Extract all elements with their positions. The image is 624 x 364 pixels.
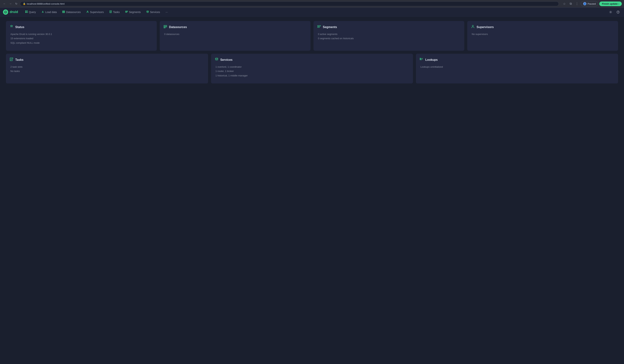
url-text: localhost:8888/unified-console.html [27, 2, 65, 5]
nav-services-label: Services [150, 11, 160, 14]
nav-items: Query Load data Datasources [23, 9, 608, 15]
datasources-card-icon [163, 25, 167, 29]
tasks-card-header: Tasks [10, 57, 204, 62]
lookups-card-icon [420, 57, 423, 62]
finish-update-button[interactable]: Finish update › [599, 1, 622, 6]
help-button[interactable] [615, 9, 621, 15]
svg-rect-19 [164, 25, 167, 26]
datasources-card-title: Datasources [169, 26, 187, 29]
svg-rect-20 [164, 26, 167, 27]
forward-button[interactable]: → [8, 1, 13, 6]
back-button[interactable]: ← [2, 1, 7, 6]
status-stat-2: SQL compliant NULL mode [10, 41, 153, 45]
svg-rect-21 [164, 27, 165, 28]
supervisors-card-title: Supervisors [477, 26, 494, 29]
nav-datasources-label: Datasources [66, 11, 81, 14]
reload-button[interactable]: ↻ [14, 1, 19, 6]
bookmark-button[interactable]: ☆ [562, 1, 567, 6]
svg-rect-3 [25, 12, 26, 13]
services-card-header: Services [215, 57, 409, 62]
url-bar[interactable]: 🔒 localhost:8888/unified-console.html [20, 1, 559, 6]
nav-item-supervisors[interactable]: Supervisors [84, 9, 106, 15]
datasources-stat-0: 0 datasources [164, 32, 307, 36]
profile-button[interactable]: ⋮ [574, 1, 580, 6]
svg-rect-6 [62, 12, 65, 12]
svg-rect-22 [318, 26, 321, 26]
nav-load-data-label: Load data [45, 11, 57, 14]
segments-stat-1: 0 segments cached on historicals [318, 36, 461, 41]
nav-item-services[interactable]: Services [144, 9, 163, 15]
svg-point-15 [147, 11, 149, 12]
status-stat-1: 15 extensions loaded [10, 36, 153, 41]
settings-button[interactable] [608, 9, 614, 15]
svg-point-0 [4, 11, 7, 13]
nav-item-datasources[interactable]: Datasources [60, 9, 83, 15]
nav-supervisors-label: Supervisors [90, 11, 104, 14]
datasources-card: Datasources 0 datasources [160, 21, 311, 51]
status-stat-0: Apache Druid is running version 30.0.1 [10, 32, 153, 36]
status-card-header: Status [10, 25, 153, 29]
extensions-button[interactable]: ⧉ [568, 1, 573, 6]
nav-item-query[interactable]: Query [23, 9, 38, 15]
segments-card-body: 0 active segments 0 segments cached on h… [317, 32, 461, 41]
svg-rect-34 [420, 59, 420, 59]
nav-tasks-label: Tasks [113, 11, 120, 14]
app-navbar: druid Query Load data [0, 8, 624, 17]
browser-actions: ☆ ⧉ ⋮ 👤 Paused Finish update › [562, 1, 622, 6]
svg-rect-5 [62, 11, 65, 11]
paused-badge[interactable]: 👤 Paused [581, 1, 598, 6]
status-card: Status Apache Druid is running version 3… [6, 21, 157, 51]
services-stat-0: 1 overlord, 1 coordinator [215, 65, 409, 69]
svg-rect-33 [420, 58, 420, 58]
supervisors-card-icon [471, 25, 475, 29]
nav-item-load-data[interactable]: Load data [39, 9, 59, 15]
user-avatar: 👤 [583, 2, 586, 5]
status-card-title: Status [15, 26, 24, 29]
main-content: Status Apache Druid is running version 3… [0, 17, 624, 88]
tasks-stat-1: No tasks [10, 69, 204, 73]
tasks-icon [109, 10, 112, 14]
tasks-card-icon [10, 57, 13, 62]
supervisors-card: Supervisors No supervisors [467, 21, 618, 51]
svg-rect-14 [126, 12, 127, 12]
svg-point-29 [215, 58, 218, 59]
tasks-card-body: 2 task slots No tasks [10, 65, 204, 74]
browser-chrome: ← → ↻ 🔒 localhost:8888/unified-console.h… [0, 0, 624, 8]
nav-item-segments[interactable]: Segments [123, 9, 143, 15]
settings-icon [609, 11, 612, 14]
svg-point-24 [472, 25, 474, 26]
query-icon [25, 10, 28, 14]
supervisors-card-header: Supervisors [471, 25, 614, 29]
nav-item-more[interactable]: ··· [163, 9, 170, 15]
druid-logo[interactable]: druid [3, 9, 18, 15]
datasources-icon [62, 10, 65, 14]
nav-segments-label: Segments [129, 11, 141, 14]
segments-icon [125, 10, 128, 14]
supervisors-card-body: No supervisors [471, 32, 614, 36]
services-stat-2: 1 historical, 1 middle manager [215, 74, 409, 78]
lookups-card-body: Lookups uninitialized [420, 65, 614, 69]
finish-update-label: Finish update [602, 2, 618, 5]
services-stat-1: 1 router, 1 broker [215, 69, 409, 73]
lookups-card: Lookups Lookups uninitialized [416, 54, 618, 83]
svg-point-18 [618, 12, 618, 13]
help-icon [617, 11, 620, 14]
druid-logo-icon [3, 9, 8, 15]
svg-rect-1 [25, 11, 26, 12]
segments-card-icon [317, 25, 321, 29]
nav-item-tasks[interactable]: Tasks [107, 9, 122, 15]
cards-row-1: Status Apache Druid is running version 3… [6, 21, 618, 51]
svg-rect-23 [318, 27, 319, 27]
tasks-card-title: Tasks [15, 58, 24, 62]
nav-query-label: Query [29, 11, 36, 14]
more-label: ··· [165, 11, 168, 14]
svg-rect-4 [26, 12, 27, 13]
services-card-icon [215, 57, 218, 62]
paused-label: Paused [588, 2, 596, 5]
segments-card-header: Segments [317, 25, 461, 29]
lookups-stat-0: Lookups uninitialized [420, 65, 614, 69]
services-card: Services 1 overlord, 1 coordinator 1 rou… [211, 54, 413, 83]
svg-rect-7 [62, 12, 65, 13]
datasources-card-header: Datasources [163, 25, 307, 29]
druid-logo-text: druid [10, 10, 18, 14]
